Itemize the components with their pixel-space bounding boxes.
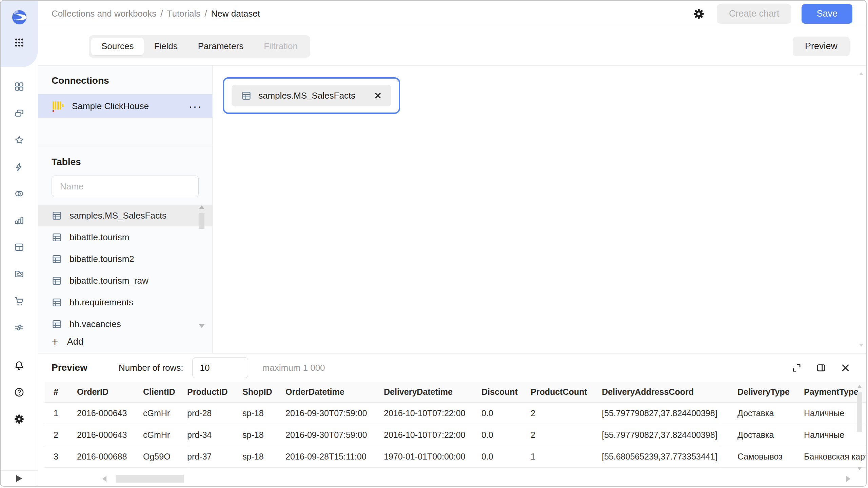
scrollbar-thumb[interactable] [116,475,184,483]
charts-icon[interactable] [12,212,27,228]
scrollbar-thumb[interactable] [857,392,862,432]
cell: 1970-01-01T00:00:00 [384,446,481,467]
table-item-hh-requirements[interactable]: hh.requirements [38,291,212,313]
dataset-settings-gear-icon[interactable] [691,6,707,22]
top-bar: Collections and workbooks / Tutorials / … [38,1,866,27]
table-header-row: # OrderID ClientID ProductID ShopID Orde… [45,382,866,402]
connections-section: Connections Sample ClickHouse ··· [38,66,212,146]
scrollbar-thumb[interactable] [199,213,204,229]
table-item-label: bibattle.tourism2 [70,254,134,264]
preview-title: Preview [52,362,87,373]
cell: [55.797790827,37.824400398] [602,402,737,424]
close-preview-icon[interactable] [837,360,853,375]
dashboards-icon[interactable] [12,79,27,94]
connection-item-sample-clickhouse[interactable]: Sample ClickHouse ··· [38,94,212,118]
rows-count-input[interactable] [192,357,248,378]
tab-sources[interactable]: Sources [91,38,144,55]
breadcrumb-collections[interactable]: Collections and workbooks [52,8,156,19]
collections-icon[interactable] [12,105,27,121]
cell: 2 [531,424,602,446]
column-header: DeliveryType [737,382,804,402]
column-header: DeliveryAddressCoord [602,382,737,402]
cell: Og59O [143,446,187,467]
connection-menu-icon[interactable]: ··· [189,103,202,109]
add-table-button[interactable]: + Add [38,330,212,353]
tab-row: Sources Fields Parameters Filtration Pre… [38,27,866,66]
scroll-down-icon[interactable] [857,467,862,470]
preview-toggle-button[interactable]: Preview [793,37,850,56]
connections-lightning-icon[interactable] [12,159,27,175]
breadcrumb: Collections and workbooks / Tutorials / … [52,8,260,19]
cell: Доставка [737,424,804,446]
remove-source-icon[interactable] [374,92,382,100]
cell: sp-18 [242,402,285,424]
apps-grid-icon[interactable] [12,35,27,50]
storage-folder-icon[interactable] [12,266,27,282]
table-item-bibattle-tourism-raw[interactable]: bibattle.tourism_raw [38,270,212,291]
rail-footer [1,470,38,486]
column-header: ProductCount [531,382,602,402]
cell: 2016-09-30T07:59:00 [285,424,384,446]
help-icon[interactable] [12,384,27,400]
preview-panel: Preview Number of rows: maximum 1 000 [38,353,866,486]
table-item-bibattle-tourism2[interactable]: bibattle.tourism2 [38,248,212,270]
scroll-right-icon[interactable] [846,476,850,482]
scroll-up-icon[interactable] [199,205,204,209]
rail-top-section [1,1,38,67]
table-icon [52,297,62,308]
canvas-scroll-up-icon[interactable] [859,72,864,75]
table-item-label: hh.vacancies [70,319,121,329]
create-chart-button[interactable]: Create chart [717,4,792,24]
tab-fields[interactable]: Fields [144,38,188,55]
settings-gear-icon[interactable] [12,411,27,427]
cell: 2 [531,402,602,424]
tables-grid-icon[interactable] [12,239,27,255]
tables-list: samples.MS_SalesFacts bibattle.tourism [38,205,212,330]
notifications-bell-icon[interactable] [12,358,27,373]
tables-section: Tables samples.MS_SalesFacts [38,146,212,353]
scroll-up-icon[interactable] [857,385,862,388]
content-area: Connections Sample ClickHouse ··· Tables [38,66,866,353]
cell: 0.0 [481,424,531,446]
cell: sp-18 [242,446,285,467]
preview-horizontal-scrollbar[interactable] [82,474,850,483]
sources-canvas[interactable]: samples.MS_SalesFacts [213,66,866,353]
table-row: 2 2016-000643 cGmHr prd-34 sp-18 2016-09… [45,424,866,446]
preview-table-wrap: # OrderID ClientID ProductID ShopID Orde… [38,382,866,486]
cell: [55.797790827,37.824400398] [602,424,737,446]
cell: 1 [45,402,77,424]
cell: 2016-10-10T07:22:00 [384,402,481,424]
table-item-label: samples.MS_SalesFacts [70,210,166,221]
table-item-label: bibattle.tourism_raw [70,276,149,286]
breadcrumb-tutorials[interactable]: Tutorials [167,8,201,19]
fullscreen-icon[interactable] [789,360,804,375]
cell: prd-37 [187,446,242,467]
plus-icon: + [52,336,58,347]
table-item-bibattle-tourism[interactable]: bibattle.tourism [38,226,212,248]
save-button[interactable]: Save [802,4,852,24]
favorites-star-icon[interactable] [12,132,27,148]
datalens-logo[interactable] [12,9,27,25]
selected-source-node[interactable]: samples.MS_SalesFacts [223,77,400,114]
table-item-hh-vacancies[interactable]: hh.vacancies [38,313,212,330]
services-sliders-icon[interactable] [12,320,27,335]
cell: 2016-000643 [77,402,143,424]
tab-parameters[interactable]: Parameters [188,38,254,55]
datasets-venn-icon[interactable] [12,186,27,201]
rail-nav [12,79,27,335]
split-view-icon[interactable] [813,360,829,375]
source-chip[interactable]: samples.MS_SalesFacts [232,85,391,106]
tables-list-scrollbar[interactable] [199,205,205,329]
scroll-down-icon[interactable] [199,324,204,328]
column-header: ShopID [242,382,285,402]
cell: 2016-000688 [77,446,143,467]
marketplace-cart-icon[interactable] [12,293,27,308]
cell: 2 [45,424,77,446]
cell: cGmHr [143,424,187,446]
table-search-input[interactable] [52,176,199,197]
preview-vertical-scrollbar[interactable] [856,385,863,470]
canvas-scroll-down-icon[interactable] [859,344,864,347]
table-item-samples-ms-salesfacts[interactable]: samples.MS_SalesFacts [38,205,212,226]
scroll-left-icon[interactable] [102,476,106,482]
expand-rail-icon[interactable] [16,475,22,482]
